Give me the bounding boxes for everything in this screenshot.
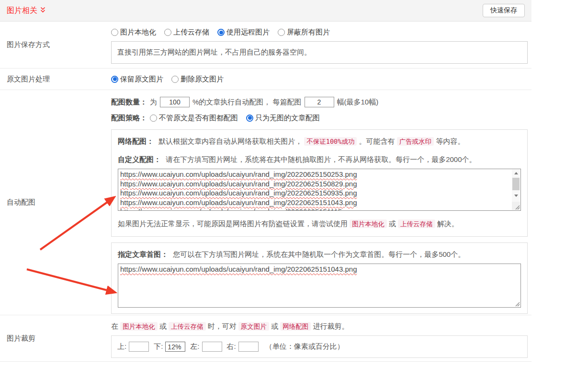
scroll-up-button[interactable]	[512, 170, 520, 177]
radio-icon[interactable]	[111, 29, 118, 36]
radio-icon[interactable]	[278, 29, 285, 36]
highlight-cloud-upload: 上传云存储	[169, 322, 206, 331]
text-segment: 为	[150, 96, 157, 108]
radio-label: 保留原文图片	[120, 75, 163, 84]
text-segment: 。可能含有	[359, 137, 397, 145]
url-line: https://www.ucaiyun.com/uploads/ucaiyun/…	[120, 170, 510, 179]
radio-label: 屏蔽所有图片	[287, 28, 330, 37]
image-settings-page: 图片相关 快速保存 图片保存方式 图片本地化	[0, 0, 588, 368]
highlight-network-image: 网络配图	[280, 322, 311, 331]
highlight-cloud-upload: 上传云存储	[398, 219, 435, 228]
first-image-label: 指定文章首图：	[118, 250, 168, 258]
custom-images-textarea[interactable]: https://www.ucaiyun.com/uploads/ucaiyun/…	[118, 169, 521, 211]
radio-label: 图片本地化	[120, 28, 156, 37]
network-images-box: 网络配图： 默认根据文章内容自动从网络获取相关图片， 不保证100%成功 。可能…	[111, 129, 528, 237]
crop-unit-hint: （单位：像素或百分比）	[265, 342, 344, 351]
text-segment: 解决。	[437, 219, 459, 228]
highlight-localize: 图片本地化	[120, 322, 158, 331]
crop-top-label: 上:	[117, 342, 126, 351]
percent-input[interactable]	[160, 97, 190, 107]
image-strategy-line: 配图策略： 不管原文是否有图都配图 只为无图的文章配图	[111, 112, 528, 124]
url-line: https://www.ucaiyun.com/uploads/ucaiyun/…	[120, 198, 510, 207]
scroll-thumb[interactable]	[512, 178, 520, 190]
save-method-radio-group: 图片本地化 上传云存储 使用远程图片 屏蔽所有图片	[111, 28, 528, 37]
radio-icon[interactable]	[217, 29, 225, 36]
crop-left-input[interactable]	[202, 342, 222, 352]
radio-icon[interactable]	[150, 115, 157, 122]
chevron-double-down-icon	[40, 7, 46, 15]
custom-images-label: 自定义配图：	[118, 155, 161, 163]
url-line: https://www.ucaiyun.com/uploads/ucaiyun/…	[120, 264, 510, 274]
text-segment: 如果图片无法正常显示，可能原因是网络图片有防盗链设置，请尝试使用	[118, 219, 350, 228]
scroll-down-icon	[514, 195, 518, 197]
images-per-article-input[interactable]	[305, 97, 334, 107]
radio-option-only-no-image[interactable]: 只为无图的文章配图	[246, 112, 320, 124]
original-images-radio-group: 保留原文图片 删除原文图片	[111, 75, 232, 84]
network-images-label: 网络配图：	[118, 137, 154, 145]
radio-option-delete-original[interactable]: 删除原文图片	[171, 75, 224, 84]
row-label: 图片裁剪	[0, 315, 111, 361]
row-image-crop: 图片裁剪 在 图片本地化 或 上传云存储 时，可对 原文图片 或 网络配图 进行…	[0, 315, 531, 362]
radio-label: 使用远程图片	[226, 28, 270, 37]
radio-option-always-match[interactable]: 不管原文是否有图都配图	[150, 112, 238, 124]
custom-images-line: 自定义配图： 请在下方填写图片网址，系统将在其中随机抽取图片，不再从网络获取。每…	[118, 154, 521, 165]
first-image-textarea[interactable]: https://www.ucaiyun.com/uploads/ucaiyun/…	[118, 264, 521, 308]
row-auto-image: 自动配图 配图数量： 为 %的文章执行自动配图， 每篇配图 幅(最多10幅) 配…	[0, 90, 531, 315]
crop-intro-line: 在 图片本地化 或 上传云存储 时，可对 原文图片 或 网络配图 进行裁剪。	[111, 321, 528, 332]
radio-label: 只为无图的文章配图	[255, 112, 320, 124]
resize-handle[interactable]	[512, 299, 520, 307]
text-segment: 或	[389, 219, 398, 228]
row-label: 原文图片处理	[0, 69, 111, 90]
radio-icon[interactable]	[171, 76, 179, 83]
row-label: 图片保存方式	[0, 22, 111, 68]
crop-right-input[interactable]	[238, 342, 259, 352]
url-line: https://www.ucaiyun.com/uploads/ucaiyun/…	[120, 207, 510, 211]
radio-icon[interactable]	[246, 115, 253, 122]
text-segment: 您可以在下方填写图片网址，系统在其中随机取一个作为文章首图。每行一个，最多500…	[173, 250, 465, 258]
quick-save-button[interactable]: 快速保存	[483, 4, 525, 17]
resize-grip-icon	[514, 204, 520, 210]
save-method-description: 直接引用第三方网站的图片网址，不占用自己的服务器空间。	[117, 48, 311, 57]
row-label: 自动配图	[0, 90, 111, 315]
image-strategy-label: 配图策略：	[111, 112, 147, 124]
save-method-description-box: 直接引用第三方网站的图片网址，不占用自己的服务器空间。	[111, 41, 528, 64]
radio-option-remote-image[interactable]: 使用远程图片	[217, 28, 270, 37]
text-segment: 等内容。	[436, 137, 464, 145]
first-image-line: 指定文章首图： 您可以在下方填写图片网址，系统在其中随机取一个作为文章首图。每行…	[118, 249, 521, 260]
crop-bottom-label: 下:	[154, 342, 163, 351]
radio-icon[interactable]	[111, 76, 118, 83]
text-segment: 在	[111, 322, 120, 330]
highlight-localize: 图片本地化	[350, 219, 387, 228]
image-count-label: 配图数量：	[111, 96, 147, 108]
text-segment: 或	[159, 322, 169, 330]
radio-option-block-all[interactable]: 屏蔽所有图片	[278, 28, 330, 37]
crop-left-label: 左:	[190, 342, 199, 351]
text-segment: 默认根据文章内容自动从网络获取相关图片，	[158, 137, 302, 145]
radio-option-localize[interactable]: 图片本地化	[111, 28, 156, 37]
text-segment: 时，可对	[208, 322, 238, 330]
resize-grip-icon	[514, 300, 520, 307]
section-header: 图片相关 快速保存	[0, 0, 531, 22]
first-image-box: 指定文章首图： 您可以在下方填写图片网址，系统在其中随机取一个作为文章首图。每行…	[111, 242, 528, 314]
crop-right-label: 右:	[227, 342, 236, 351]
section-title-label: 图片相关	[7, 6, 37, 16]
textarea-scrollbar[interactable]	[512, 170, 520, 202]
radio-option-keep-original[interactable]: 保留原文图片	[111, 75, 163, 84]
text-segment: 幅(最多10幅)	[337, 96, 379, 108]
scroll-down-button[interactable]	[512, 192, 520, 199]
url-line: https://www.ucaiyun.com/uploads/ucaiyun/…	[120, 188, 510, 198]
radio-icon[interactable]	[164, 29, 171, 36]
highlight-not-guaranteed: 不保证100%成功	[304, 137, 357, 146]
image-count-line: 配图数量： 为 %的文章执行自动配图， 每篇配图 幅(最多10幅)	[111, 96, 528, 108]
resize-handle[interactable]	[512, 202, 520, 210]
radio-option-cloud-upload[interactable]: 上传云存储	[164, 28, 209, 37]
highlight-ads-watermark: 广告或水印	[397, 137, 434, 146]
highlight-original-image: 原文图片	[238, 322, 269, 331]
crop-top-input[interactable]	[129, 342, 149, 352]
crop-bottom-input[interactable]	[165, 342, 185, 352]
row-image-save-method: 图片保存方式 图片本地化 上传云存储 使用远程图片	[0, 22, 531, 69]
section-title[interactable]: 图片相关	[7, 6, 46, 16]
text-segment: 进行裁剪。	[313, 322, 349, 330]
radio-label: 上传云存储	[173, 28, 209, 37]
text-segment: 请在下方填写图片网址，系统将在其中随机抽取图片，不再从网络获取。每行一个，最多2…	[166, 155, 476, 163]
